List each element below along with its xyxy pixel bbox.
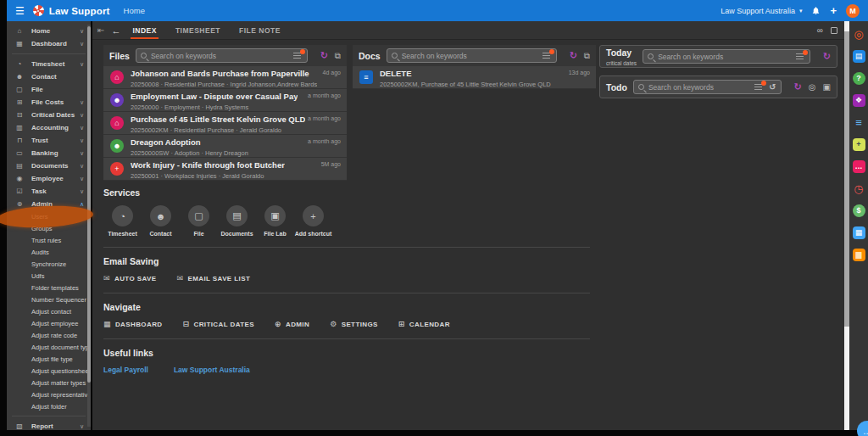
sidebar-item-file-costs[interactable]: ⊞ File Costs ∨ (7, 96, 91, 109)
add-icon[interactable]: + (830, 7, 837, 15)
sidebar-item-adjust-employee[interactable]: Adjust employee (7, 317, 91, 329)
todo-search-input[interactable] (644, 83, 749, 92)
todo-search[interactable]: ↺ (633, 80, 782, 94)
scrollbar-thumb[interactable] (87, 26, 91, 383)
file-item[interactable]: + Work Injury - Knife through foot Butch… (103, 158, 347, 181)
sidebar-item-timesheet[interactable]: ◔ Timesheet ∨ (7, 58, 91, 70)
sidebar-item-report[interactable]: ▧ Report ∨ (7, 420, 91, 430)
mini-window-icon[interactable]: ▣ (823, 82, 831, 92)
bell-icon[interactable] (811, 6, 821, 15)
sidebar-item-file[interactable]: ▢ File (7, 83, 91, 96)
service-contact[interactable]: ☻ Contact (142, 205, 180, 237)
tab[interactable]: FILE NOTE (237, 22, 282, 39)
open-in-new-icon[interactable]: ⧉ (584, 51, 590, 61)
target-icon[interactable]: ◎ (809, 82, 816, 92)
back-arrow-icon[interactable]: ← (111, 25, 120, 36)
tab[interactable]: TIMESHEET (174, 22, 222, 39)
sidebar-item-dashboard[interactable]: ▦ Dashboard ∨ (7, 37, 91, 50)
today-search[interactable] (643, 49, 810, 64)
service-add-shortcut[interactable]: + Add shortcut (294, 205, 332, 237)
add-note-icon[interactable]: + (853, 138, 865, 151)
list-icon[interactable]: ≡ (853, 116, 865, 129)
link-legal-payroll[interactable]: Legal Payroll (103, 366, 148, 374)
target-icon[interactable]: ◎ (853, 28, 865, 41)
file-item[interactable]: ☻ Employment Law - Dispute over Casual P… (103, 89, 347, 112)
refresh-icon[interactable]: ↻ (823, 51, 831, 62)
topbar: ☰ Law Support Home Law Support Australia… (7, 0, 868, 21)
sidebar-item-employee[interactable]: ◉ Employee ∨ (7, 172, 91, 185)
chat-icon[interactable]: … (853, 160, 865, 173)
sidebar-item-trust-rules[interactable]: Trust rules (7, 234, 91, 246)
sidebar-item-contact[interactable]: ☻ Contact (7, 70, 91, 83)
topnav-home-link[interactable]: Home (124, 6, 145, 15)
sidebar-item-adjust-file-type[interactable]: Adjust file type (7, 353, 91, 365)
navigate-dashboard[interactable]: ▦ DASHBOARD (103, 320, 163, 328)
help-icon[interactable]: ? (853, 72, 865, 85)
file-item[interactable]: ☻ Dreagon Adoption 20250000SW · Adoption… (103, 135, 347, 158)
link-icon[interactable]: ∞ (817, 25, 823, 35)
sidebar-item-adjust-folder[interactable]: Adjust folder (7, 400, 91, 412)
email-save-list-button[interactable]: ✉ EMAIL SAVE LIST (177, 274, 251, 282)
link-law-support-australia[interactable]: Law Support Australia (174, 366, 250, 374)
file-item[interactable]: ⌂ Purchase of 45 Little Street Kelvin Gr… (103, 112, 347, 135)
service-file-lab[interactable]: ▣ File Lab (256, 205, 294, 237)
sidebar-item-trust[interactable]: ⊓ Trust ∨ (7, 134, 91, 147)
sidebar-item-adjust-contact[interactable]: Adjust contact (7, 305, 91, 317)
filter-icon[interactable] (542, 52, 552, 60)
sidebar-item-adjust-representative[interactable]: Adjust representative (7, 388, 91, 400)
docs-search-input[interactable] (398, 52, 537, 60)
navigate-calendar[interactable]: ⊞ CALENDAR (398, 320, 450, 328)
calendar-blue-icon[interactable]: ▤ (853, 50, 865, 63)
sidebar-item-adjust-matter-types[interactable]: Adjust matter types (7, 377, 91, 388)
calendar-grid-icon[interactable]: ▦ (853, 226, 865, 239)
sidebar-item-documents[interactable]: ▤ Documents ∨ (7, 159, 91, 172)
tag-icon[interactable]: ❖ (853, 94, 865, 107)
refresh-icon[interactable]: ↻ (794, 81, 802, 92)
sidebar-item-synchronize[interactable]: Synchronize (7, 258, 91, 270)
sidebar-item-accounting[interactable]: ▥ Accounting ∨ (7, 121, 91, 134)
doc-item[interactable]: ≡ DELETE 20250002KM, Purchase of 45 Litt… (353, 66, 596, 89)
report-icon: ▧ (14, 422, 25, 430)
org-selector[interactable]: Law Support Australia (721, 7, 795, 15)
refresh-icon[interactable]: ↻ (570, 50, 577, 61)
filter-icon[interactable] (754, 83, 764, 92)
navigate-settings[interactable]: ⚙ SETTINGS (330, 320, 378, 328)
sidebar-scrollbar[interactable] (87, 25, 91, 427)
today-search-input[interactable] (654, 53, 791, 61)
sidebar-item-adjust-document-type[interactable]: Adjust document type (7, 341, 91, 353)
sidebar-item-udfs[interactable]: Udfs (7, 270, 91, 282)
user-avatar[interactable]: M (846, 4, 860, 18)
sidebar-item-audits[interactable]: Audits (7, 246, 91, 258)
navigate-critical-dates[interactable]: ⊟ CRITICAL DATES (183, 320, 254, 328)
clock-icon[interactable]: ◷ (853, 182, 865, 195)
service-documents[interactable]: ▤ Documents (218, 205, 256, 237)
files-search[interactable] (136, 48, 308, 63)
hamburger-menu-icon[interactable]: ☰ (15, 5, 25, 17)
sidebar-item-home[interactable]: ⌂ Home ∨ (7, 25, 91, 37)
bag-icon[interactable]: ▆ (853, 249, 865, 261)
money-icon[interactable]: $ (853, 204, 865, 217)
collapse-icon[interactable]: ⇤ (97, 25, 104, 35)
sidebar-item-adjust-questionsheet[interactable]: Adjust questionsheet (7, 365, 91, 377)
refresh-icon[interactable]: ↻ (320, 50, 328, 61)
fullscreen-icon[interactable] (831, 27, 837, 34)
open-in-new-icon[interactable]: ⧉ (335, 51, 341, 61)
sidebar-item-banking[interactable]: ▭ Banking ∨ (7, 147, 91, 159)
chevron-down-icon[interactable]: ▾ (799, 8, 803, 14)
sidebar-item-number-sequencer[interactable]: Number Sequencer (7, 293, 91, 305)
sidebar-item-adjust-rate-code[interactable]: Adjust rate code (7, 329, 91, 341)
navigate-admin[interactable]: ⊕ ADMIN (275, 320, 309, 328)
docs-search[interactable] (387, 48, 557, 63)
sidebar-item-task[interactable]: ☑ Task ∨ (7, 185, 91, 198)
filter-icon[interactable] (292, 52, 303, 60)
tab[interactable]: INDEX (131, 22, 158, 39)
service-timesheet[interactable]: ◔ Timesheet (103, 205, 142, 237)
filter-icon[interactable] (795, 53, 805, 61)
sidebar-item-critical-dates[interactable]: ⊟ Critical Dates ∨ (7, 109, 91, 121)
service-file[interactable]: ▢ File (180, 205, 218, 237)
history-icon[interactable]: ↺ (769, 82, 776, 92)
auto-save-button[interactable]: ✉ AUTO SAVE (103, 274, 157, 282)
sidebar-item-folder-templates[interactable]: Folder templates (7, 282, 91, 293)
file-item[interactable]: ⌂ Johanson and Bards Purchase from Paper… (103, 66, 347, 89)
files-search-input[interactable] (147, 52, 288, 60)
